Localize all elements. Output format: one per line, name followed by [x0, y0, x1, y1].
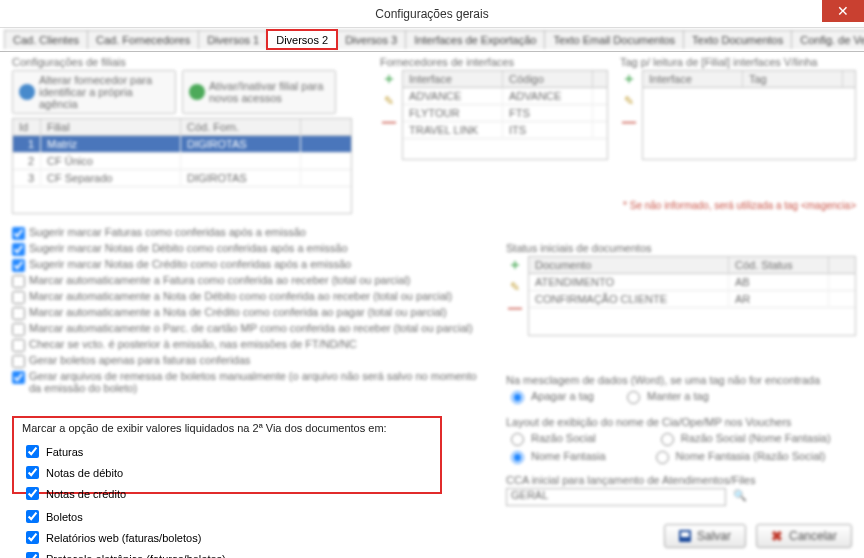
chk-liq-nc[interactable]: Notas de crédito: [22, 484, 202, 503]
edit-icon[interactable]: ✎: [384, 94, 394, 108]
radio-nome-fantasia-rs[interactable]: Nome Fantasia (Razão Social): [651, 448, 826, 464]
chk-suggest-nc[interactable]: [12, 259, 25, 272]
chk-boletos-conferidas[interactable]: [12, 355, 25, 368]
tab-cad-clientes[interactable]: Cad. Clientes: [4, 30, 88, 49]
merge-title: Na mesclagem de dados (Word), se uma tag…: [506, 374, 856, 386]
remove-icon[interactable]: —: [508, 300, 522, 316]
docstatus-title: Status iniciais de documentos: [506, 242, 856, 254]
radio-apagar-tag[interactable]: Apagar a tag: [506, 388, 594, 404]
edit-icon[interactable]: ✎: [510, 280, 520, 294]
chk-remessa-manual[interactable]: [12, 371, 25, 384]
ativar-inativar-button[interactable]: Ativar/Inativar filial para novos acesso…: [182, 70, 336, 114]
table-row[interactable]: CONFIRMAÇÃO CLIENTE AR: [529, 291, 855, 308]
interfaces-panel: Fornecedores de interfaces ＋ ✎ — Interfa…: [380, 56, 608, 160]
cca-title: CCA inicial para lançamento de Atendimen…: [506, 474, 856, 486]
save-button[interactable]: Salvar: [664, 524, 746, 548]
table-row[interactable]: ATENDIMENTO AB: [529, 274, 855, 291]
liquidados-title: Marcar a opção de exibir valores liquida…: [22, 422, 432, 434]
remove-icon[interactable]: —: [382, 114, 396, 130]
col-codforn: Cód. Forn.: [181, 119, 301, 135]
merge-panel: Na mesclagem de dados (Word), se uma tag…: [506, 374, 856, 406]
filiais-title: Configurações de filiais: [12, 56, 352, 68]
chk-liq-boletos[interactable]: Boletos: [22, 507, 252, 526]
cca-panel: CCA inicial para lançamento de Atendimen…: [506, 474, 856, 506]
interfaces-grid[interactable]: Interface Código ADVANCE ADVANCE FLYTOUR…: [402, 70, 608, 160]
table-row[interactable]: 3 CF Separado DIGIROTAS: [13, 170, 351, 187]
col-tag: Tag: [743, 71, 843, 87]
tab-diversos-1[interactable]: Diversos 1: [198, 30, 268, 49]
filiais-grid[interactable]: Id Filial Cód. Forn. 1 Matriz DIGIROTAS …: [12, 118, 352, 214]
tab-texto-documentos[interactable]: Texto Documentos: [683, 30, 792, 49]
col-status: Cód. Status: [729, 257, 829, 273]
alterar-fornecedor-label: Alterar fornecedor para identificar a pr…: [39, 74, 169, 110]
chk-liq-relweb[interactable]: Relatórios web (faturas/boletos): [22, 528, 252, 547]
options-checklist: Sugerir marcar Faturas como conferidas a…: [12, 224, 482, 396]
tab-texto-email[interactable]: Texto Email Documentos: [544, 30, 684, 49]
cca-input[interactable]: GERAL: [506, 488, 726, 506]
cancel-icon: ✖: [771, 531, 783, 541]
chk-suggest-nd[interactable]: [12, 243, 25, 256]
docstatus-grid[interactable]: Documento Cód. Status ATENDIMENTO AB CON…: [528, 256, 856, 336]
tab-config-vendas[interactable]: Config. de Vendas: [791, 30, 864, 49]
titlebar: Configurações gerais ✕: [0, 0, 864, 28]
tabbar: Cad. Clientes Cad. Fornecedores Diversos…: [0, 28, 864, 52]
col-interface: Interface: [643, 71, 743, 87]
tagfilial-panel: Tag p/ leitura de [Filial] interfaces V/…: [620, 56, 856, 211]
tab-interfaces-exportacao[interactable]: Interfaces de Exportação: [405, 30, 545, 49]
add-icon[interactable]: ＋: [622, 70, 636, 88]
save-icon: [679, 530, 691, 542]
liquidados-fieldset: Marcar a opção de exibir valores liquida…: [12, 416, 442, 494]
col-id: Id: [13, 119, 41, 135]
chk-liq-protocolo[interactable]: Protocolo eletrônico (faturas/boletos): [22, 549, 252, 558]
table-row[interactable]: 1 Matriz DIGIROTAS: [13, 136, 351, 153]
chk-auto-nd[interactable]: [12, 291, 25, 304]
filiais-panel: Configurações de filiais Alterar fornece…: [12, 56, 352, 214]
tagfilial-title: Tag p/ leitura de [Filial] interfaces V/…: [620, 56, 856, 68]
chk-auto-nc[interactable]: [12, 307, 25, 320]
layoutcia-panel: Layout de exibição do nome de Cia/Ope/MP…: [506, 416, 856, 466]
add-icon[interactable]: ＋: [382, 70, 396, 88]
col-interface: Interface: [403, 71, 503, 87]
table-row[interactable]: 2 CF Único: [13, 153, 351, 170]
interfaces-title: Fornecedores de interfaces: [380, 56, 608, 68]
col-documento: Documento: [529, 257, 729, 273]
tab-diversos-3[interactable]: Diversos 3: [336, 30, 406, 49]
tab-cad-fornecedores[interactable]: Cad. Fornecedores: [87, 30, 199, 49]
radio-razao-social-nf[interactable]: Razão Social (Nome Fantasia): [656, 430, 831, 446]
window-title: Configurações gerais: [375, 7, 488, 21]
chk-liq-nd[interactable]: Notas de débito: [22, 463, 202, 482]
col-filial: Filial: [41, 119, 181, 135]
edit-icon[interactable]: ✎: [624, 94, 634, 108]
chk-liq-faturas[interactable]: Faturas: [22, 442, 202, 461]
tagfilial-grid[interactable]: Interface Tag: [642, 70, 856, 160]
radio-nome-fantasia[interactable]: Nome Fantasia: [506, 448, 606, 464]
radio-manter-tag[interactable]: Manter a tag: [622, 388, 709, 404]
cancel-button[interactable]: ✖ Cancelar: [756, 524, 852, 548]
ativar-inativar-label: Ativar/Inativar filial para novos acesso…: [209, 80, 329, 104]
layoutcia-title: Layout de exibição do nome de Cia/Ope/MP…: [506, 416, 856, 428]
chk-auto-parc[interactable]: [12, 323, 25, 336]
refresh-icon: [189, 84, 205, 100]
tab-diversos-2[interactable]: Diversos 2: [267, 30, 337, 49]
table-row[interactable]: ADVANCE ADVANCE: [403, 88, 607, 105]
chk-suggest-faturas[interactable]: [12, 227, 25, 240]
cancel-label: Cancelar: [789, 529, 837, 543]
lookup-icon[interactable]: 🔍: [733, 489, 747, 501]
table-row[interactable]: FLYTOUR FTS: [403, 105, 607, 122]
alterar-fornecedor-button[interactable]: Alterar fornecedor para identificar a pr…: [12, 70, 176, 114]
tagfilial-footnote: * Se não informado, será utilizada a tag…: [620, 200, 856, 211]
remove-icon[interactable]: —: [622, 114, 636, 130]
add-icon[interactable]: ＋: [508, 256, 522, 274]
docstatus-panel: Status iniciais de documentos ＋ ✎ — Docu…: [506, 242, 856, 336]
info-icon: [19, 84, 35, 100]
close-button[interactable]: ✕: [822, 0, 864, 22]
footer-buttons: Salvar ✖ Cancelar: [664, 524, 852, 548]
save-label: Salvar: [697, 529, 731, 543]
chk-vcto[interactable]: [12, 339, 25, 352]
radio-razao-social[interactable]: Razão Social: [506, 430, 596, 446]
col-codigo: Código: [503, 71, 593, 87]
table-row[interactable]: TRAVEL LINK ITS: [403, 122, 607, 139]
chk-auto-fatura[interactable]: [12, 275, 25, 288]
